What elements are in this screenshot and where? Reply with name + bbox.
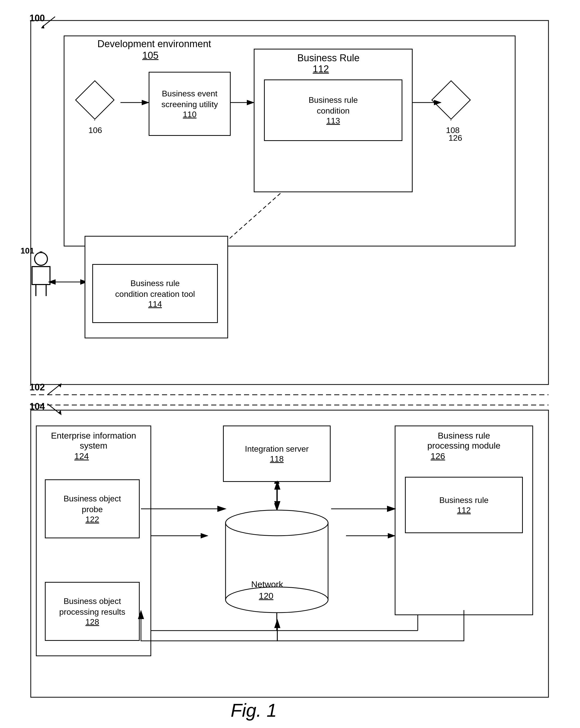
dev-env-label: Development environment <box>97 38 211 50</box>
diamond-108 <box>430 79 472 121</box>
eis-num: 124 <box>74 451 89 461</box>
bo-results-box: Business objectprocessing results 128 <box>45 582 140 641</box>
svg-line-20 <box>42 17 55 27</box>
ref-126-top: 126 <box>449 133 462 143</box>
business-rule-label: Business Rule <box>297 53 360 63</box>
dev-env-num: 105 <box>142 50 158 61</box>
network-label: Network <box>251 579 283 589</box>
br-processing-num: 126 <box>430 451 445 461</box>
screening-box: Business eventscreening utility 110 <box>149 72 231 136</box>
svg-point-34 <box>226 587 328 613</box>
person-icon <box>26 251 56 297</box>
svg-line-24 <box>47 404 60 414</box>
fig-label: Fig. 1 <box>231 700 277 721</box>
svg-marker-23 <box>58 383 61 388</box>
ref-101: 101 <box>21 246 34 256</box>
ref-102-arrow <box>45 382 65 397</box>
br-condition-box: Business rulecondition 113 <box>264 79 402 141</box>
svg-marker-26 <box>76 81 114 119</box>
svg-marker-27 <box>432 81 470 119</box>
ref-104: 104 <box>29 401 45 412</box>
svg-marker-25 <box>58 410 61 415</box>
diamond-106 <box>74 79 115 121</box>
svg-point-33 <box>226 510 328 536</box>
integration-server-box: Integration server 118 <box>223 425 331 482</box>
svg-rect-29 <box>32 267 50 285</box>
br-processing-label: Business ruleprocessing module <box>400 431 528 451</box>
network-cylinder <box>223 508 331 620</box>
ref-102: 102 <box>29 382 45 393</box>
bo-probe-box: Business objectprobe 122 <box>45 479 140 538</box>
svg-point-28 <box>34 253 47 265</box>
br-creation-box: Business rulecondition creation tool 114 <box>92 264 218 323</box>
eis-label: Enterprise informationsystem <box>45 431 142 451</box>
ref-104-arrow <box>45 401 65 417</box>
svg-line-22 <box>47 385 60 395</box>
network-num: 120 <box>259 591 273 601</box>
business-rule-num: 112 <box>313 63 329 75</box>
br-112-runtime-box: Business rule 112 <box>405 477 523 533</box>
ref-100-arrow <box>40 14 60 29</box>
ref-106: 106 <box>88 126 102 135</box>
diagram: 100 102 104 Development environment 105 … <box>0 0 580 728</box>
